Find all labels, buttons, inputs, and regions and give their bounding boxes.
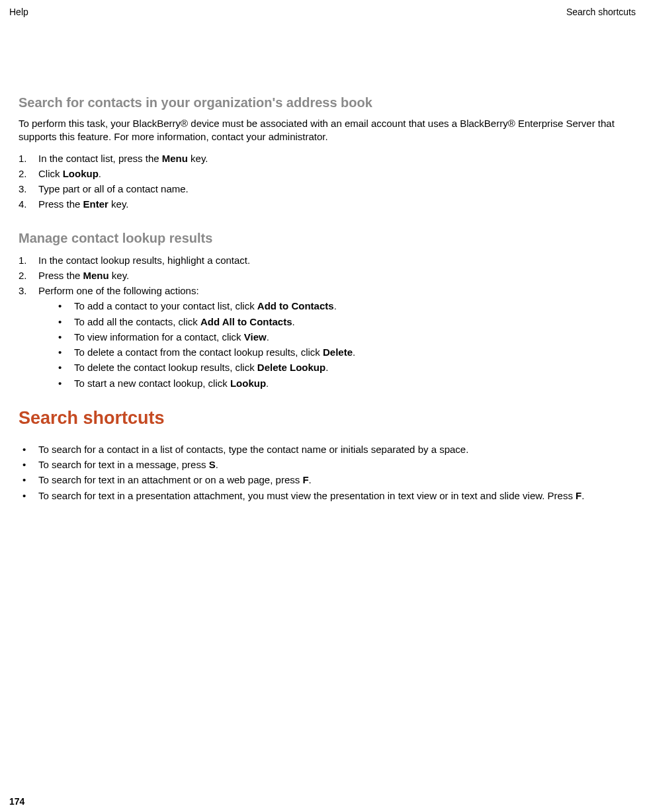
heading-search-shortcuts: Search shortcuts bbox=[19, 408, 626, 428]
step-item: Perform one of the following actions: To… bbox=[19, 283, 626, 391]
action-bullets: To add a contact to your contact list, c… bbox=[58, 298, 626, 391]
heading-search-contacts: Search for contacts in your organization… bbox=[19, 95, 626, 110]
bullet-item: To search for text in a message, press S… bbox=[19, 457, 626, 472]
step-item: In the contact lookup results, highlight… bbox=[19, 253, 626, 268]
step-item: Type part or all of a contact name. bbox=[19, 181, 626, 196]
intro-paragraph: To perform this task, your BlackBerry® d… bbox=[19, 117, 626, 144]
bullet-item: To search for text in an attachment or o… bbox=[19, 472, 626, 487]
bullet-item: To add a contact to your contact list, c… bbox=[58, 298, 626, 313]
shortcut-bullets: To search for a contact in a list of con… bbox=[19, 442, 626, 503]
bullet-item: To search for a contact in a list of con… bbox=[19, 442, 626, 457]
bullet-item: To search for text in a presentation att… bbox=[19, 488, 626, 503]
bullet-item: To view information for a contact, click… bbox=[58, 329, 626, 345]
step-item: Press the Menu key. bbox=[19, 268, 626, 283]
bullet-item: To start a new contact lookup, click Loo… bbox=[58, 376, 626, 391]
steps-manage-lookup: In the contact lookup results, highlight… bbox=[19, 253, 626, 391]
header-right: Search shortcuts bbox=[566, 7, 636, 17]
heading-manage-lookup: Manage contact lookup results bbox=[19, 231, 626, 246]
step-item: In the contact list, press the Menu key. bbox=[19, 151, 626, 166]
header-left: Help bbox=[9, 7, 28, 17]
bullet-item: To delete the contact lookup results, cl… bbox=[58, 360, 626, 375]
page-number: 174 bbox=[9, 796, 24, 807]
step-item: Click Lookup. bbox=[19, 166, 626, 181]
bullet-item: To add all the contacts, click Add All t… bbox=[58, 314, 626, 329]
steps-search-contacts: In the contact list, press the Menu key.… bbox=[19, 151, 626, 212]
step-item: Press the Enter key. bbox=[19, 196, 626, 212]
page-header: Help Search shortcuts bbox=[0, 0, 645, 17]
page-content: Search for contacts in your organization… bbox=[0, 95, 645, 503]
bullet-item: To delete a contact from the contact loo… bbox=[58, 345, 626, 360]
